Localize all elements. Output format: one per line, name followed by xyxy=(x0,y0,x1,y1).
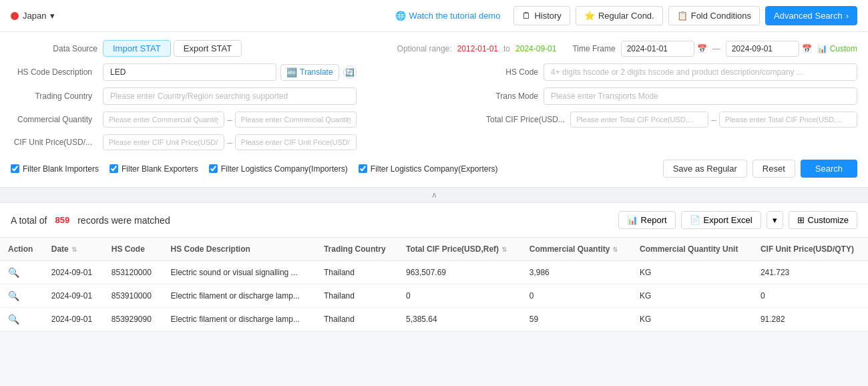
trading-country-input[interactable] xyxy=(103,87,357,105)
search-button[interactable]: Search xyxy=(801,160,857,178)
cell-date: 2024-09-01 xyxy=(43,284,103,308)
filter-logistics-importers-checkbox[interactable] xyxy=(209,164,218,173)
col-trading-country: Trading Country xyxy=(316,238,398,261)
customize-button[interactable]: ⊞ Customize xyxy=(789,211,857,229)
comm-qty-row: Commercial Quantity – Total CIF Price(US… xyxy=(11,112,857,128)
cif-unit-dash: – xyxy=(227,138,232,148)
export-dropdown-button[interactable]: ▾ xyxy=(767,211,783,229)
cell-hscode: 853120000 xyxy=(103,261,163,284)
results-header: A total of 859 records were matched 📊 Re… xyxy=(0,203,868,238)
cif-unit-max-input[interactable] xyxy=(235,134,357,150)
time-frame-start-wrap: 📅 xyxy=(621,41,707,57)
cif-unit-min-input[interactable] xyxy=(103,134,224,150)
col-date[interactable]: Date⇅ xyxy=(43,238,103,261)
table-row: 🔍 2024-09-01 853910000 Electric filament… xyxy=(0,284,868,308)
results-prefix: A total of xyxy=(11,215,47,226)
report-button[interactable]: 📊 Report xyxy=(618,211,676,229)
cell-total-cif: 963,507.69 xyxy=(398,261,521,284)
cell-action[interactable]: 🔍 xyxy=(0,284,43,308)
calendar-icon[interactable]: 📅 xyxy=(697,44,707,53)
table-body: 🔍 2024-09-01 853120000 Electric sound or… xyxy=(0,261,868,331)
time-start-input[interactable] xyxy=(621,41,694,57)
comm-qty-min-input[interactable] xyxy=(103,112,224,128)
tutorial-icon: 🌐 xyxy=(395,11,406,21)
regular-cond-button[interactable]: ⭐ Regular Cond. xyxy=(576,6,663,25)
filter-logistics-exporters[interactable]: Filter Logistics Company(Exporters) xyxy=(359,164,498,174)
reset-button[interactable]: Reset xyxy=(752,160,795,178)
hscode-desc-row: HS Code Description 🔤 Translate 🔄 HS Cod… xyxy=(11,63,857,81)
results-actions: 📊 Report 📄 Export Excel ▾ ⊞ Customize xyxy=(618,211,857,229)
custom-button[interactable]: 📊 Custom xyxy=(817,44,857,53)
country-selector[interactable]: Japan ▾ xyxy=(11,11,55,21)
col-total-cif[interactable]: Total CIF Price(USD,Ref)⇅ xyxy=(398,238,521,261)
translate-button[interactable]: 🔤 Translate xyxy=(280,64,339,81)
time-dash: — xyxy=(712,44,720,53)
advanced-search-button[interactable]: Advanced Search › xyxy=(765,6,857,25)
save-regular-button[interactable]: Save as Regular xyxy=(663,160,747,178)
cell-hscode: 853910000 xyxy=(103,284,163,308)
results-count: 859 xyxy=(55,215,69,225)
results-suffix: records were matched xyxy=(77,215,170,226)
trading-country-label: Trading Country xyxy=(11,91,97,101)
cell-comm-qty: 59 xyxy=(521,308,632,331)
row-search-icon[interactable]: 🔍 xyxy=(8,291,19,301)
search-panel: Data Source Import STAT Export STAT Opti… xyxy=(0,32,868,188)
cell-hscode-desc: Electric filament or discharge lamp... xyxy=(163,308,316,331)
import-stat-button[interactable]: Import STAT xyxy=(103,40,171,57)
hscode-desc-input[interactable] xyxy=(103,63,276,81)
results-table: Action Date⇅ HS Code HS Code Description… xyxy=(0,238,868,331)
export-excel-button[interactable]: 📄 Export Excel xyxy=(681,211,761,229)
translate-icon: 🔤 xyxy=(286,67,297,77)
cell-total-cif: 5,385.64 xyxy=(398,308,521,331)
total-cif-max-input[interactable] xyxy=(719,112,857,128)
cif-unit-row: CIF Unit Price(USD/... – xyxy=(11,134,857,150)
row-search-icon[interactable]: 🔍 xyxy=(8,267,19,278)
trans-mode-input[interactable] xyxy=(544,87,857,105)
calendar-end-icon[interactable]: 📅 xyxy=(802,44,812,53)
tutorial-button[interactable]: 🌐 Watch the tutorial demo xyxy=(387,7,509,25)
cell-trading-country: Thailand xyxy=(316,261,398,284)
export-icon: 📄 xyxy=(690,215,700,225)
filter-blank-importers[interactable]: Filter Blank Importers xyxy=(11,164,99,174)
hscode-input[interactable] xyxy=(544,63,857,81)
cell-action[interactable]: 🔍 xyxy=(0,308,43,331)
data-source-row: Data Source Import STAT Export STAT Opti… xyxy=(11,40,857,57)
total-cif-dash: – xyxy=(711,115,716,125)
export-stat-button[interactable]: Export STAT xyxy=(174,40,242,57)
col-action: Action xyxy=(0,238,43,261)
cell-comm-qty-unit: KG xyxy=(632,261,752,284)
filter-blank-importers-checkbox[interactable] xyxy=(11,164,19,173)
cif-unit-label: CIF Unit Price(USD/... xyxy=(11,138,97,147)
cell-action[interactable]: 🔍 xyxy=(0,261,43,284)
comm-qty-dash: – xyxy=(227,115,232,125)
row-search-icon[interactable]: 🔍 xyxy=(8,314,19,325)
col-hscode-desc: HS Code Description xyxy=(163,238,316,261)
comm-qty-max-input[interactable] xyxy=(235,112,357,128)
filter-logistics-exporters-checkbox[interactable] xyxy=(359,164,367,173)
comm-qty-label: Commercial Quantity xyxy=(11,115,97,124)
search-circle-icon[interactable]: 🔄 xyxy=(343,65,357,79)
cell-date: 2024-09-01 xyxy=(43,308,103,331)
history-button[interactable]: 🗒 History xyxy=(513,6,570,25)
data-source-buttons: Import STAT Export STAT xyxy=(103,40,242,57)
col-cif-unit: CIF Unit Price(USD/QTY) xyxy=(752,238,868,261)
time-frame-section: Optional range: 2012-01-01 to 2024-09-01… xyxy=(397,41,857,57)
cell-cif-unit: 241.723 xyxy=(752,261,868,284)
fold-conditions-button[interactable]: 📋 Fold Conditions xyxy=(668,6,760,25)
time-frame-end-wrap: 📅 xyxy=(726,41,812,57)
collapse-bar[interactable]: ∧ xyxy=(0,188,868,203)
optional-range-label: Optional range: xyxy=(397,44,452,53)
col-hscode: HS Code xyxy=(103,238,163,261)
col-comm-qty[interactable]: Commercial Quantity⇅ xyxy=(521,238,632,261)
total-cif-min-input[interactable] xyxy=(570,112,708,128)
filter-blank-exporters[interactable]: Filter Blank Exporters xyxy=(110,164,198,174)
filter-logistics-importers[interactable]: Filter Logistics Company(Importers) xyxy=(209,164,348,174)
filter-blank-exporters-checkbox[interactable] xyxy=(110,164,118,173)
time-end-input[interactable] xyxy=(726,41,799,57)
filter-actions: Save as Regular Reset Search xyxy=(663,160,857,178)
cell-hscode-desc: Electric sound or visual signalling ... xyxy=(163,261,316,284)
cell-hscode: 853929090 xyxy=(103,308,163,331)
range-start-date: 2012-01-01 xyxy=(457,44,498,53)
cell-comm-qty-unit: KG xyxy=(632,308,752,331)
collapse-icon: ∧ xyxy=(431,190,437,200)
